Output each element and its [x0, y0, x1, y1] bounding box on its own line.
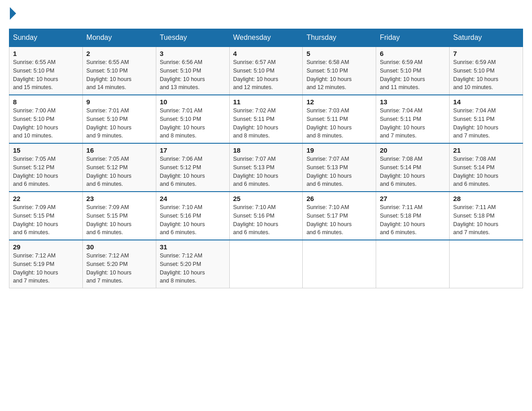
calendar-cell: 2 Sunrise: 6:55 AM Sunset: 5:10 PM Dayli…	[82, 47, 156, 95]
calendar-header-friday: Friday	[376, 29, 450, 47]
calendar-cell: 18 Sunrise: 7:07 AM Sunset: 5:13 PM Dayl…	[229, 143, 303, 192]
day-number: 27	[380, 195, 446, 202]
day-info: Sunrise: 7:04 AM Sunset: 5:11 PM Dayligh…	[453, 107, 519, 140]
day-info: Sunrise: 7:05 AM Sunset: 5:12 PM Dayligh…	[13, 155, 79, 188]
day-number: 31	[160, 243, 226, 251]
day-number: 15	[13, 146, 79, 154]
day-number: 13	[380, 98, 446, 106]
day-info: Sunrise: 7:03 AM Sunset: 5:11 PM Dayligh…	[306, 107, 372, 140]
calendar-cell: 15 Sunrise: 7:05 AM Sunset: 5:12 PM Dayl…	[9, 143, 83, 192]
day-info: Sunrise: 7:09 AM Sunset: 5:15 PM Dayligh…	[13, 203, 79, 237]
calendar-cell: 4 Sunrise: 6:57 AM Sunset: 5:10 PM Dayli…	[229, 47, 303, 95]
calendar-cell: 7 Sunrise: 6:59 AM Sunset: 5:10 PM Dayli…	[450, 47, 523, 95]
calendar-cell	[229, 240, 303, 288]
day-info: Sunrise: 7:12 AM Sunset: 5:20 PM Dayligh…	[160, 252, 226, 285]
day-info: Sunrise: 7:05 AM Sunset: 5:12 PM Dayligh…	[86, 155, 152, 188]
day-info: Sunrise: 6:55 AM Sunset: 5:10 PM Dayligh…	[13, 58, 79, 92]
calendar-header-thursday: Thursday	[303, 29, 376, 47]
day-info: Sunrise: 6:58 AM Sunset: 5:10 PM Dayligh…	[306, 58, 372, 92]
calendar-cell: 11 Sunrise: 7:02 AM Sunset: 5:11 PM Dayl…	[229, 95, 303, 143]
calendar-header-sunday: Sunday	[9, 29, 83, 47]
day-info: Sunrise: 6:57 AM Sunset: 5:10 PM Dayligh…	[233, 58, 299, 92]
logo	[9, 9, 16, 20]
logo-arrow-icon	[10, 7, 16, 20]
calendar-cell: 31 Sunrise: 7:12 AM Sunset: 5:20 PM Dayl…	[156, 240, 229, 288]
calendar-week-row: 22 Sunrise: 7:09 AM Sunset: 5:15 PM Dayl…	[9, 192, 523, 240]
day-info: Sunrise: 7:06 AM Sunset: 5:12 PM Dayligh…	[160, 155, 226, 188]
calendar-header-saturday: Saturday	[450, 29, 523, 47]
day-info: Sunrise: 7:08 AM Sunset: 5:14 PM Dayligh…	[380, 155, 446, 188]
day-info: Sunrise: 7:00 AM Sunset: 5:10 PM Dayligh…	[13, 107, 79, 140]
calendar-cell: 14 Sunrise: 7:04 AM Sunset: 5:11 PM Dayl…	[450, 95, 523, 143]
day-info: Sunrise: 7:08 AM Sunset: 5:14 PM Dayligh…	[453, 155, 519, 188]
day-number: 29	[13, 243, 79, 251]
day-number: 1	[13, 50, 79, 57]
calendar-cell: 16 Sunrise: 7:05 AM Sunset: 5:12 PM Dayl…	[82, 143, 156, 192]
calendar-week-row: 1 Sunrise: 6:55 AM Sunset: 5:10 PM Dayli…	[9, 47, 523, 95]
day-number: 22	[13, 195, 79, 202]
calendar-cell: 28 Sunrise: 7:11 AM Sunset: 5:18 PM Dayl…	[450, 192, 523, 240]
day-info: Sunrise: 7:01 AM Sunset: 5:10 PM Dayligh…	[160, 107, 226, 140]
calendar-cell: 30 Sunrise: 7:12 AM Sunset: 5:20 PM Dayl…	[82, 240, 156, 288]
day-number: 3	[160, 50, 226, 57]
calendar-cell: 23 Sunrise: 7:09 AM Sunset: 5:15 PM Dayl…	[82, 192, 156, 240]
day-info: Sunrise: 7:10 AM Sunset: 5:16 PM Dayligh…	[160, 203, 226, 237]
page-header	[9, 9, 523, 20]
day-number: 20	[380, 146, 446, 154]
calendar-cell: 17 Sunrise: 7:06 AM Sunset: 5:12 PM Dayl…	[156, 143, 229, 192]
day-info: Sunrise: 7:01 AM Sunset: 5:10 PM Dayligh…	[86, 107, 152, 140]
day-number: 10	[160, 98, 226, 106]
day-number: 23	[86, 195, 152, 202]
day-number: 11	[233, 98, 299, 106]
calendar-cell: 5 Sunrise: 6:58 AM Sunset: 5:10 PM Dayli…	[303, 47, 376, 95]
calendar-cell	[303, 240, 376, 288]
day-number: 28	[453, 195, 519, 202]
calendar-cell: 19 Sunrise: 7:07 AM Sunset: 5:13 PM Dayl…	[303, 143, 376, 192]
day-info: Sunrise: 7:11 AM Sunset: 5:18 PM Dayligh…	[380, 203, 446, 237]
day-number: 12	[306, 98, 372, 106]
calendar-cell: 21 Sunrise: 7:08 AM Sunset: 5:14 PM Dayl…	[450, 143, 523, 192]
calendar-cell	[450, 240, 523, 288]
day-info: Sunrise: 6:59 AM Sunset: 5:10 PM Dayligh…	[380, 58, 446, 92]
calendar-cell: 20 Sunrise: 7:08 AM Sunset: 5:14 PM Dayl…	[376, 143, 450, 192]
day-number: 4	[233, 50, 299, 57]
day-info: Sunrise: 7:09 AM Sunset: 5:15 PM Dayligh…	[86, 203, 152, 237]
day-number: 26	[306, 195, 372, 202]
day-info: Sunrise: 7:04 AM Sunset: 5:11 PM Dayligh…	[380, 107, 446, 140]
day-info: Sunrise: 6:59 AM Sunset: 5:10 PM Dayligh…	[453, 58, 519, 92]
day-info: Sunrise: 7:11 AM Sunset: 5:18 PM Dayligh…	[453, 203, 519, 237]
calendar-cell	[376, 240, 450, 288]
calendar-cell: 24 Sunrise: 7:10 AM Sunset: 5:16 PM Dayl…	[156, 192, 229, 240]
calendar-cell: 29 Sunrise: 7:12 AM Sunset: 5:19 PM Dayl…	[9, 240, 83, 288]
day-info: Sunrise: 7:10 AM Sunset: 5:17 PM Dayligh…	[306, 203, 372, 237]
day-info: Sunrise: 6:56 AM Sunset: 5:10 PM Dayligh…	[160, 58, 226, 92]
calendar-header-row: SundayMondayTuesdayWednesdayThursdayFrid…	[9, 29, 523, 47]
day-number: 7	[453, 50, 519, 57]
day-number: 9	[86, 98, 152, 106]
calendar-cell: 1 Sunrise: 6:55 AM Sunset: 5:10 PM Dayli…	[9, 47, 83, 95]
calendar-cell: 9 Sunrise: 7:01 AM Sunset: 5:10 PM Dayli…	[82, 95, 156, 143]
day-number: 5	[306, 50, 372, 57]
day-number: 25	[233, 195, 299, 202]
calendar-header-wednesday: Wednesday	[229, 29, 303, 47]
day-info: Sunrise: 7:12 AM Sunset: 5:19 PM Dayligh…	[13, 252, 79, 285]
calendar-cell: 25 Sunrise: 7:10 AM Sunset: 5:16 PM Dayl…	[229, 192, 303, 240]
day-number: 30	[86, 243, 152, 251]
day-number: 21	[453, 146, 519, 154]
day-number: 14	[453, 98, 519, 106]
calendar-cell: 27 Sunrise: 7:11 AM Sunset: 5:18 PM Dayl…	[376, 192, 450, 240]
calendar-cell: 26 Sunrise: 7:10 AM Sunset: 5:17 PM Dayl…	[303, 192, 376, 240]
day-info: Sunrise: 6:55 AM Sunset: 5:10 PM Dayligh…	[86, 58, 152, 92]
calendar-header-tuesday: Tuesday	[156, 29, 229, 47]
day-number: 19	[306, 146, 372, 154]
calendar-cell: 12 Sunrise: 7:03 AM Sunset: 5:11 PM Dayl…	[303, 95, 376, 143]
day-info: Sunrise: 7:02 AM Sunset: 5:11 PM Dayligh…	[233, 107, 299, 140]
day-info: Sunrise: 7:07 AM Sunset: 5:13 PM Dayligh…	[306, 155, 372, 188]
calendar-week-row: 15 Sunrise: 7:05 AM Sunset: 5:12 PM Dayl…	[9, 143, 523, 192]
calendar-cell: 10 Sunrise: 7:01 AM Sunset: 5:10 PM Dayl…	[156, 95, 229, 143]
day-number: 6	[380, 50, 446, 57]
calendar-week-row: 8 Sunrise: 7:00 AM Sunset: 5:10 PM Dayli…	[9, 95, 523, 143]
calendar-cell: 6 Sunrise: 6:59 AM Sunset: 5:10 PM Dayli…	[376, 47, 450, 95]
calendar-week-row: 29 Sunrise: 7:12 AM Sunset: 5:19 PM Dayl…	[9, 240, 523, 288]
day-info: Sunrise: 7:07 AM Sunset: 5:13 PM Dayligh…	[233, 155, 299, 188]
